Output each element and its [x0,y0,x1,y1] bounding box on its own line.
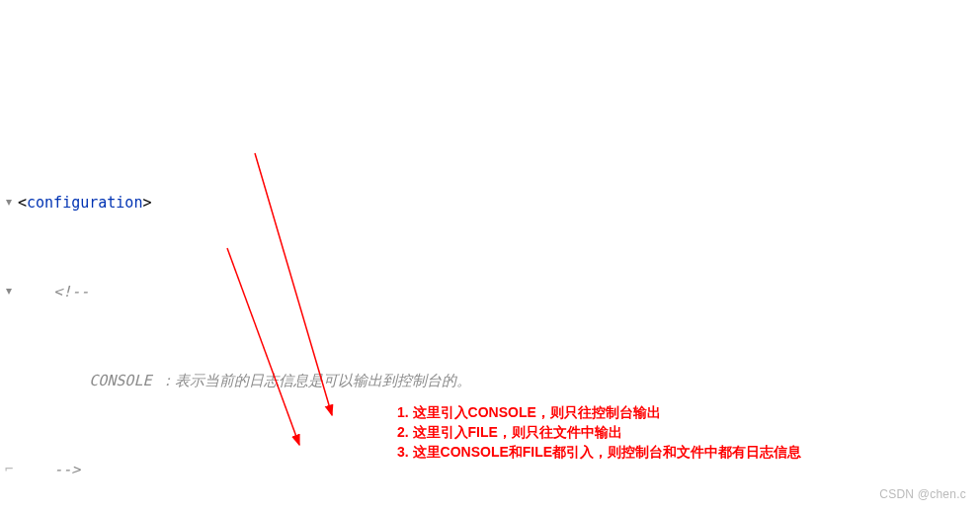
code-text: <configuration> [18,188,980,217]
code-line: CONSOLE ：表示当前的日志信息是可以输出到控制台的。 [0,366,980,395]
fold-gutter[interactable] [0,287,18,297]
code-text: --> [18,455,980,484]
code-text: <!-- [18,277,980,306]
fold-gutter[interactable] [0,198,18,208]
code-line: <configuration> [0,188,980,217]
code-line: ⌐ --> [0,455,980,484]
code-line: <!-- [0,277,980,306]
code-text: CONSOLE ：表示当前的日志信息是可以输出到控制台的。 [18,366,980,395]
fold-indicator: ⌐ [0,454,18,485]
watermark: CSDN @chen.c [879,479,966,509]
code-editor: <configuration> <!-- CONSOLE ：表示当前的日志信息是… [0,119,980,515]
